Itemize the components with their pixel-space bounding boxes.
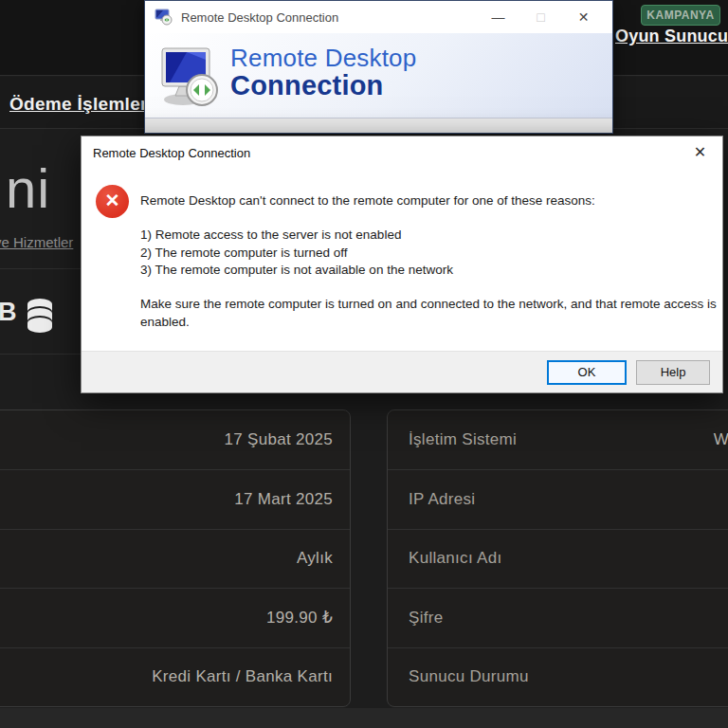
server-os-label: İşletim Sistemi bbox=[409, 430, 517, 449]
table-row: Kullanıcı Adı bbox=[388, 529, 728, 588]
nav-link-payments[interactable]: Ödeme İşlemleri bbox=[9, 94, 153, 115]
server-password-label: Şifre bbox=[409, 609, 443, 628]
rdp-brand-line2: Connection bbox=[230, 71, 416, 100]
billing-amount: 199.90 ₺ bbox=[266, 608, 333, 628]
error-advice: Make sure the remote computer is turned … bbox=[140, 296, 717, 331]
page-title-fragment: ni bbox=[6, 156, 50, 220]
close-icon[interactable]: ✕ bbox=[562, 1, 605, 33]
error-reason-3: 3) The remote computer is not available … bbox=[140, 262, 715, 280]
rdp-error-dialog: Remote Desktop Connection ✕ ✕ Remote Des… bbox=[81, 136, 723, 393]
rdp-brand-line1: Remote Desktop bbox=[230, 46, 416, 71]
minimize-icon[interactable]: — bbox=[477, 1, 519, 33]
table-row: Kredi Kartı / Banka Kartı bbox=[0, 647, 350, 706]
rdp-window: Remote Desktop Connection — □ ✕ R bbox=[144, 0, 613, 134]
billing-payment-method: Kredi Kartı / Banka Kartı bbox=[152, 667, 333, 686]
error-message: Remote Desktop can't connect to the remo… bbox=[140, 192, 715, 209]
error-reason-2: 2) The remote computer is turned off bbox=[140, 245, 715, 263]
subtitle-link-fragment[interactable]: ve Hizmetler bbox=[0, 234, 73, 250]
error-reason-1: 1) Remote access to the server is not en… bbox=[140, 227, 715, 245]
rdp-logo-icon bbox=[158, 41, 225, 111]
billing-cycle: Aylık bbox=[297, 549, 333, 568]
table-row: Aylık bbox=[0, 529, 350, 588]
server-info-table: İşletim Sistemi W IP Adresi Kullanıcı Ad… bbox=[387, 410, 728, 707]
nav-link-game-server[interactable]: Oyun Sunucus bbox=[615, 27, 728, 46]
campaign-badge[interactable]: KAMPANYA bbox=[641, 5, 720, 26]
billing-next-date: 17 Mart 2025 bbox=[234, 490, 333, 509]
rdp-banner: Remote Desktop Connection bbox=[145, 33, 612, 118]
billing-details-table: 17 Şubat 2025 17 Mart 2025 Aylık 199.90 … bbox=[0, 410, 351, 707]
server-ip-label: IP Adresi bbox=[409, 490, 475, 509]
dialog-footer: OK Help bbox=[82, 351, 722, 392]
table-row: 17 Şubat 2025 bbox=[0, 410, 350, 469]
rdp-window-title: Remote Desktop Connection bbox=[181, 10, 338, 25]
site-footer-strip bbox=[0, 708, 728, 728]
table-row: 199.90 ₺ bbox=[0, 588, 350, 646]
maximize-icon: □ bbox=[519, 1, 562, 33]
rdp-app-icon bbox=[155, 9, 173, 26]
table-row: IP Adresi bbox=[388, 469, 728, 528]
database-icon bbox=[26, 298, 54, 337]
page: KAMPANYA Oyun Sunucus Ödeme İşlemleri ni… bbox=[0, 0, 728, 728]
help-button[interactable]: Help bbox=[636, 360, 710, 385]
table-row: Şifre bbox=[388, 588, 728, 646]
dialog-title: Remote Desktop Connection bbox=[93, 146, 250, 160]
billing-start-date: 17 Şubat 2025 bbox=[225, 430, 334, 449]
server-os-value: W bbox=[714, 430, 728, 449]
table-row: 17 Mart 2025 bbox=[0, 469, 350, 528]
ok-button[interactable]: OK bbox=[547, 360, 627, 385]
server-username-label: Kullanıcı Adı bbox=[409, 549, 501, 568]
table-row: Sunucu Durumu bbox=[388, 647, 728, 706]
error-reasons: 1) Remote access to the server is not en… bbox=[140, 227, 715, 280]
table-row: İşletim Sistemi W bbox=[388, 410, 728, 469]
error-icon: ✕ bbox=[96, 185, 129, 218]
close-icon[interactable]: ✕ bbox=[679, 137, 721, 166]
server-status-label: Sunucu Durumu bbox=[409, 667, 529, 686]
stat-value-fragment: B bbox=[0, 298, 17, 327]
rdp-titlebar[interactable]: Remote Desktop Connection — □ ✕ bbox=[145, 1, 612, 33]
